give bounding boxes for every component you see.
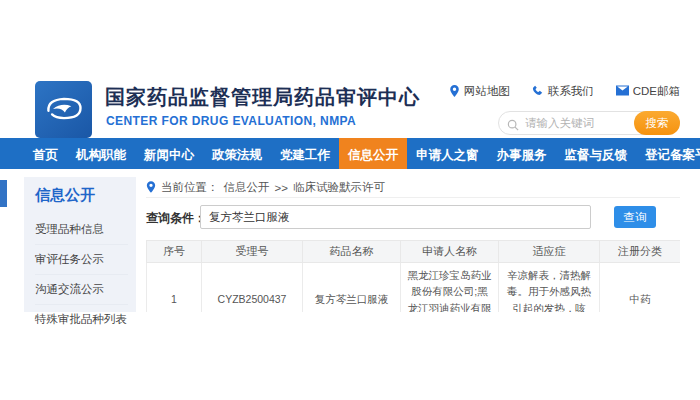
sidebar-item-accepted-varieties[interactable]: 受理品种信息 xyxy=(35,215,128,245)
cell-registration-class: 中药 xyxy=(600,263,681,313)
col-header-acceptance-no: 受理号 xyxy=(202,241,303,263)
table-row: 1 CYZB2500437 复方芩兰口服液 黑龙江珍宝岛药业股份有限公司;黑龙江… xyxy=(147,263,681,313)
breadcrumb-separator: >> xyxy=(275,182,288,194)
cell-indication: 辛凉解表，清热解毒。用于外感风热引起的发热，咳嗽，咽痛。 xyxy=(499,263,600,313)
cde-mail-link[interactable]: CDE邮箱 xyxy=(616,84,680,99)
nav-item-functions[interactable]: 机构职能 xyxy=(67,141,135,169)
search-button[interactable]: 搜索 xyxy=(634,111,680,135)
header-quick-links: 网站地图 联系我们 CDE邮箱 xyxy=(449,84,680,99)
nav-item-applicant-window[interactable]: 申请人之窗 xyxy=(407,141,488,169)
col-header-registration-class: 注册分类 xyxy=(600,241,681,263)
cde-website-page: 国家药品监督管理局药品审评中心 CENTER FOR DRUG EVALUATI… xyxy=(0,0,700,400)
query-condition-label: 查询条件： xyxy=(146,210,206,227)
col-header-seq: 序号 xyxy=(147,241,202,263)
nav-item-supervision-feedback[interactable]: 监督与反馈 xyxy=(556,141,637,169)
sidebar-item-communication[interactable]: 沟通交流公示 xyxy=(35,275,128,305)
sidebar-item-special-approval-list[interactable]: 特殊审批品种列表 xyxy=(35,305,128,334)
breadcrumb-label: 当前位置： xyxy=(161,180,219,195)
mail-icon xyxy=(616,85,629,98)
cell-drug-name: 复方芩兰口服液 xyxy=(303,263,401,313)
contact-us-link[interactable]: 联系我们 xyxy=(532,84,594,99)
breadcrumb-section[interactable]: 信息公开 xyxy=(224,180,270,195)
sidebar: 信息公开 受理品种信息 审评任务公示 沟通交流公示 特殊审批品种列表 xyxy=(24,177,136,312)
cde-logo[interactable] xyxy=(35,81,92,138)
nav-item-info-disclosure[interactable]: 信息公开 xyxy=(339,141,407,169)
search-icon xyxy=(507,117,519,135)
nav-item-policies[interactable]: 政策法规 xyxy=(203,141,271,169)
map-pin-icon xyxy=(449,85,460,99)
phone-icon xyxy=(532,85,544,99)
col-header-indication: 适应症 xyxy=(499,241,600,263)
breadcrumb: 当前位置： 信息公开 >> 临床试验默示许可 xyxy=(146,178,680,198)
nav-item-home[interactable]: 首页 xyxy=(24,141,67,169)
sidebar-item-review-tasks[interactable]: 审评任务公示 xyxy=(35,245,128,275)
main-navigation: 首页 机构职能 新闻中心 政策法规 党建工作 信息公开 申请人之窗 办事服务 监… xyxy=(0,141,700,169)
nav-item-party-building[interactable]: 党建工作 xyxy=(271,141,339,169)
location-pin-icon xyxy=(146,181,156,195)
sidebar-accent-bar xyxy=(0,180,7,207)
nav-item-registration-platform[interactable]: 登记备案平台 xyxy=(636,141,700,169)
col-header-drug-name: 药品名称 xyxy=(303,241,401,263)
nav-item-services[interactable]: 办事服务 xyxy=(488,141,556,169)
query-condition-input[interactable] xyxy=(200,205,591,229)
breadcrumb-current-page: 临床试验默示许可 xyxy=(293,180,385,195)
results-table-container: 序号 受理号 药品名称 申请人名称 适应症 注册分类 1 CYZB2500437… xyxy=(146,240,680,312)
cell-acceptance-no: CYZB2500437 xyxy=(202,263,303,313)
header-search: 搜索 xyxy=(498,111,680,135)
site-title-cn: 国家药品监督管理局药品审评中心 xyxy=(105,84,420,111)
table-header-row: 序号 受理号 药品名称 申请人名称 适应症 注册分类 xyxy=(147,241,681,263)
sitemap-link[interactable]: 网站地图 xyxy=(449,84,510,99)
cell-seq: 1 xyxy=(147,263,202,313)
query-form: 查询条件： 查询 xyxy=(146,205,680,231)
sidebar-title: 信息公开 xyxy=(35,186,128,205)
results-table: 序号 受理号 药品名称 申请人名称 适应症 注册分类 1 CYZB2500437… xyxy=(146,240,680,312)
cde-swallow-logo-icon xyxy=(42,90,86,130)
nav-item-news[interactable]: 新闻中心 xyxy=(135,141,203,169)
col-header-applicant: 申请人名称 xyxy=(401,241,499,263)
site-title-en: CENTER FOR DRUG EVALUATION, NMPA xyxy=(106,114,356,128)
cell-applicant: 黑龙江珍宝岛药业股份有限公司;黑龙江羽迪药业有限责任公司 xyxy=(401,263,499,313)
query-button[interactable]: 查询 xyxy=(614,206,656,228)
